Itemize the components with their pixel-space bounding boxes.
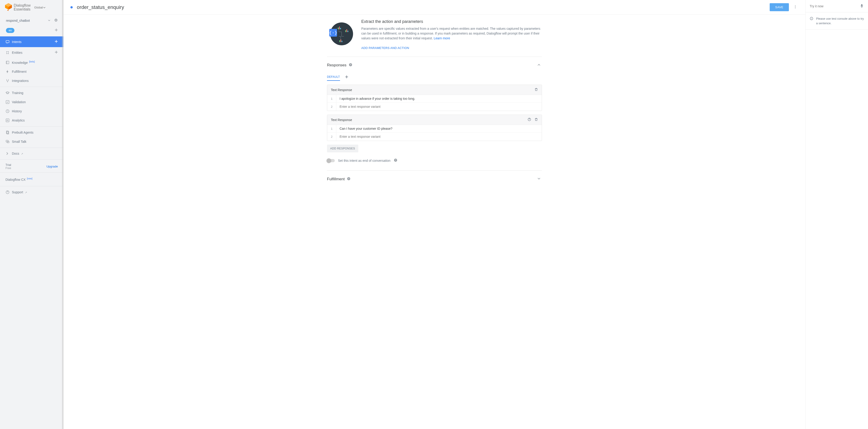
unsaved-dot-icon xyxy=(70,6,73,8)
clock-icon xyxy=(5,109,12,113)
book-icon xyxy=(5,60,12,64)
svg-text:{·}: {·} xyxy=(329,30,337,35)
nav-fulfillment[interactable]: Fulfillment xyxy=(0,67,63,76)
chevron-down-icon[interactable] xyxy=(536,176,542,182)
chart-icon xyxy=(5,118,12,122)
svg-text:?: ? xyxy=(348,177,350,180)
response-input[interactable] xyxy=(340,104,538,109)
add-intent-button[interactable] xyxy=(54,39,59,45)
text-response-row-empty[interactable]: 2 xyxy=(327,133,542,141)
bolt-icon xyxy=(5,69,12,74)
language-chip[interactable]: en xyxy=(6,28,14,33)
try-hint: Please use test console above to try a s… xyxy=(806,12,868,30)
topbar: order_status_enquiry SAVE xyxy=(64,0,805,15)
global-selector[interactable]: Global xyxy=(34,6,46,9)
svg-rect-27 xyxy=(347,31,348,32)
nav-entities[interactable]: Entities xyxy=(0,47,63,58)
info-icon xyxy=(810,17,813,25)
try-it-input[interactable] xyxy=(810,4,860,8)
tab-default[interactable]: DEFAULT xyxy=(327,74,340,81)
text-response-row-empty[interactable]: 2 xyxy=(327,103,542,111)
nav-validation[interactable]: Validation xyxy=(0,97,63,107)
help-icon[interactable] xyxy=(528,118,531,122)
action-parameters-section: {·} Extract the action and parameters Pa… xyxy=(327,19,542,50)
nav-history[interactable]: History xyxy=(0,107,63,116)
chevron-up-icon[interactable] xyxy=(536,62,542,68)
svg-point-19 xyxy=(795,7,796,7)
response-input[interactable] xyxy=(340,134,538,139)
svg-rect-4 xyxy=(6,40,9,43)
chevron-right-icon xyxy=(5,152,12,155)
more-menu-button[interactable] xyxy=(792,4,799,11)
nav-docs[interactable]: Docs ↗ xyxy=(0,149,63,158)
end-conversation-toggle[interactable] xyxy=(327,159,335,162)
caret-down-icon[interactable] xyxy=(47,18,52,23)
help-icon[interactable]: ? xyxy=(347,177,350,181)
nav-analytics[interactable]: Analytics xyxy=(0,116,63,125)
brand-text: Dialogflow Essentials xyxy=(14,4,31,11)
responses-section-header[interactable]: Responses ? xyxy=(327,61,542,69)
add-parameters-action-button[interactable]: ADD PARAMETERS AND ACTION xyxy=(361,46,409,50)
svg-rect-40 xyxy=(861,4,863,6)
dialogflow-logo-icon xyxy=(5,3,12,12)
trash-icon[interactable] xyxy=(534,88,538,92)
response-text[interactable]: Can I have your customer ID please? xyxy=(336,125,542,132)
svg-point-18 xyxy=(795,5,796,6)
fulfillment-section-header[interactable]: Fulfillment ? xyxy=(327,175,542,183)
response-tabs: DEFAULT xyxy=(327,74,542,81)
text-response-card: Text Response 1 I apologize in advance i… xyxy=(327,85,542,111)
external-link-icon: ↗ xyxy=(25,191,27,194)
dialogflow-cx-link[interactable]: Dialogflow CX [new] xyxy=(0,174,63,184)
add-response-tab-button[interactable] xyxy=(344,74,349,80)
text-response-row[interactable]: 1 Can I have your customer ID please? xyxy=(327,125,542,133)
nav-integrations[interactable]: Integrations xyxy=(0,76,63,85)
agent-name: respond_chatbot xyxy=(6,19,30,22)
section-description: Parameters are specific values extracted… xyxy=(361,26,542,41)
section-title: Extract the action and parameters xyxy=(361,19,542,24)
trash-icon[interactable] xyxy=(534,118,538,122)
nav-prebuilt-agents[interactable]: Prebuilt Agents xyxy=(0,128,63,137)
intent-title[interactable]: order_status_enquiry xyxy=(77,4,124,10)
add-language-button[interactable] xyxy=(54,27,59,33)
nav-knowledge[interactable]: Knowledge [beta] xyxy=(0,58,63,67)
language-row: en xyxy=(0,26,63,35)
response-text[interactable]: I apologize in advance if your order is … xyxy=(336,95,542,102)
nav-small-talk[interactable]: Small Talk xyxy=(0,137,63,146)
nav-training[interactable]: Training xyxy=(0,88,63,97)
microphone-icon[interactable] xyxy=(860,4,864,8)
agent-selector[interactable]: respond_chatbot xyxy=(0,15,63,26)
text-response-row[interactable]: 1 I apologize in advance if your order i… xyxy=(327,95,542,103)
help-icon[interactable]: ? xyxy=(349,63,352,67)
svg-rect-22 xyxy=(338,27,339,29)
nav-intents[interactable]: Intents xyxy=(0,36,63,47)
svg-rect-10 xyxy=(6,101,9,104)
nav-support[interactable]: Support ↗ xyxy=(0,188,63,197)
main: order_status_enquiry SAVE xyxy=(64,0,805,429)
caret-down-icon xyxy=(43,6,45,9)
svg-point-5 xyxy=(6,51,7,52)
gear-icon[interactable] xyxy=(53,17,59,24)
smalltalk-icon xyxy=(5,140,12,144)
svg-rect-23 xyxy=(339,27,340,29)
svg-rect-29 xyxy=(340,39,341,42)
content-scroll[interactable]: {·} Extract the action and parameters Pa… xyxy=(64,15,805,429)
add-responses-button[interactable]: ADD RESPONSES xyxy=(327,145,358,152)
external-link-icon: ↗ xyxy=(21,152,23,155)
help-icon[interactable]: ? xyxy=(394,158,397,163)
scrollbar[interactable] xyxy=(62,0,63,429)
svg-text:?: ? xyxy=(350,64,351,66)
svg-point-7 xyxy=(6,53,7,54)
svg-rect-9 xyxy=(6,61,9,64)
trial-block: Trial Free Upgrade xyxy=(0,161,63,171)
upgrade-link[interactable]: Upgrade xyxy=(46,165,58,168)
svg-marker-3 xyxy=(7,9,8,11)
save-button[interactable]: SAVE xyxy=(770,3,789,11)
parameters-illustration: {·} xyxy=(327,19,354,50)
nav: Intents Entities Knowledge [beta] xyxy=(0,36,63,161)
brand-row: Dialogflow Essentials Global xyxy=(0,0,63,15)
check-icon xyxy=(5,100,12,104)
entities-icon xyxy=(5,51,12,55)
help-icon xyxy=(5,190,12,194)
learn-more-link[interactable]: Learn more xyxy=(434,36,450,40)
add-entity-button[interactable] xyxy=(54,50,59,55)
